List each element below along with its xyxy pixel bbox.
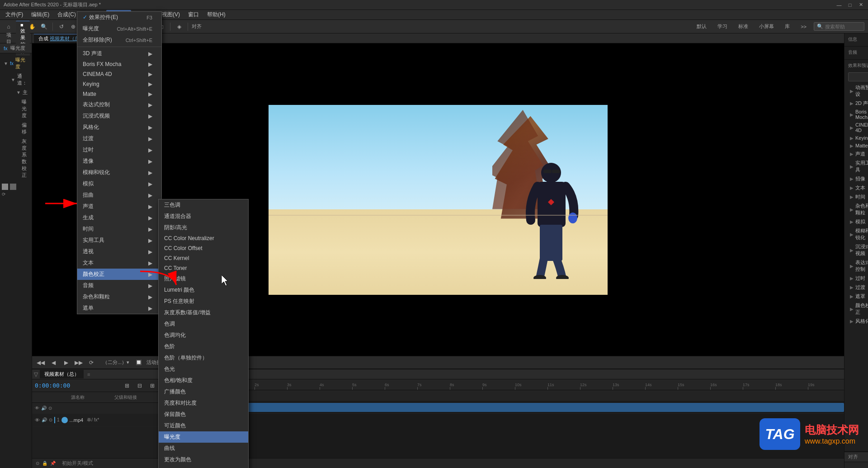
preview-stop[interactable]: ▶▶ bbox=[74, 358, 84, 368]
effects-cat-transition[interactable]: ▶ 过渡 bbox=[846, 283, 868, 292]
effect-header-row[interactable]: ▼ fx 曝光度 bbox=[2, 55, 30, 71]
submenu-levels-single[interactable]: 色阶（单独控件） bbox=[159, 352, 248, 364]
effects-cat-text[interactable]: ▶ 文本 bbox=[846, 184, 868, 192]
effects-cat-mask[interactable]: ▶ 遮罩 bbox=[846, 292, 868, 301]
submenu-tritone[interactable]: 可近颜色 bbox=[159, 420, 248, 431]
effects-cat-utility[interactable]: ▶ 实用工具 bbox=[846, 159, 868, 174]
effects-cat-animation[interactable]: ▶ 动画预设 bbox=[846, 83, 868, 99]
menu-dd-effect-controls[interactable]: ✓效果控件(E) F3 bbox=[77, 12, 161, 23]
menu-dd-cinema4d[interactable]: CINEMA 4D ▶ bbox=[77, 69, 161, 79]
submenu-colorlight[interactable]: 色光 bbox=[159, 364, 248, 375]
effects-cat-immersive[interactable]: ▶ 沉浸式视频 bbox=[846, 242, 868, 258]
menu-help[interactable]: 帮助(H) bbox=[203, 10, 229, 19]
submenu-brightness-contrast[interactable]: 亮度和对比度 bbox=[159, 397, 248, 409]
layer-eye-icon[interactable]: 👁 bbox=[35, 417, 40, 423]
timeline-bottom-icon2[interactable]: 🔒 bbox=[42, 461, 47, 466]
gamma-param[interactable]: 灰度系数校正 bbox=[20, 137, 30, 180]
effects-cat-boris[interactable]: ▶ Boris FX Mocha bbox=[846, 108, 868, 121]
submenu-cc-neutralizer[interactable]: CC Color Neutralizer bbox=[159, 233, 248, 243]
color-swatch-1[interactable] bbox=[2, 184, 8, 190]
workspace-more[interactable]: >> bbox=[797, 23, 810, 30]
rotate-tool[interactable]: ↺ bbox=[57, 22, 66, 32]
timeline-ctrl-2[interactable]: ⊟ bbox=[135, 381, 145, 391]
effects-cat-simulate[interactable]: ▶ 模拟 bbox=[846, 217, 868, 226]
menu-dd-matte[interactable]: Matte ▶ bbox=[77, 89, 161, 99]
submenu-channel-mixer[interactable]: 通道混合器 bbox=[159, 211, 248, 222]
submenu-cc-offset[interactable]: CC Color Offset bbox=[159, 243, 248, 253]
exposure-param[interactable]: 曝光度 bbox=[20, 97, 30, 120]
submenu-broadcast[interactable]: 广播颜色 bbox=[159, 386, 248, 397]
workspace-default[interactable]: 默认 bbox=[693, 22, 710, 31]
submenu-ps-arbitrary[interactable]: PS 任意映射 bbox=[159, 296, 248, 307]
preview-play[interactable]: ▶ bbox=[61, 358, 71, 368]
res-dropdown[interactable]: 🔲 bbox=[136, 359, 142, 365]
timeline-bottom-icon3[interactable]: 📌 bbox=[50, 461, 56, 466]
submenu-curves[interactable]: 曲线 bbox=[159, 443, 248, 454]
submenu-preserve-color[interactable]: 保留颜色 bbox=[159, 409, 248, 420]
menu-file[interactable]: 文件(F) bbox=[2, 10, 27, 19]
submenu-three-color[interactable]: 三色调 bbox=[159, 199, 248, 211]
menu-dd-remove-all[interactable]: 全部移除(R) Ctrl+Shift+E bbox=[77, 34, 161, 46]
menu-dd-simulate[interactable]: 模拟 ▶ bbox=[77, 178, 161, 189]
timeline-menu-icon[interactable]: ≡ bbox=[87, 372, 90, 377]
effects-cat-perspective[interactable]: ▶ 招像 bbox=[846, 175, 868, 183]
menu-dd-expression-ctrl[interactable]: 表达式控制 ▶ bbox=[77, 99, 161, 110]
layer-icon-2[interactable]: 🔊 bbox=[41, 406, 47, 411]
puppet-tool[interactable]: ◈ bbox=[174, 22, 184, 32]
main-group-item[interactable]: ▼ 主 bbox=[14, 88, 30, 97]
zoom-tool[interactable]: 🔍 bbox=[39, 22, 49, 32]
effects-cat-keying[interactable]: ▶ Keying bbox=[846, 134, 868, 142]
menu-dd-stylize[interactable]: 风格化 ▶ bbox=[77, 122, 161, 133]
menu-dd-noise-grain[interactable]: 杂色和颗粒 ▶ bbox=[77, 291, 161, 303]
effects-cat-matte[interactable]: ▶ Matte bbox=[846, 142, 868, 149]
effects-cat-obsolete[interactable]: ▶ 过时 bbox=[846, 274, 868, 283]
timeline-ctrl-1[interactable]: ⊞ bbox=[122, 381, 132, 391]
workspace-small[interactable]: 小屏幕 bbox=[755, 22, 778, 31]
submenu-selective-color[interactable]: 更改为颜色 bbox=[159, 454, 248, 465]
menu-dd-immersive[interactable]: 沉浸式视频 ▶ bbox=[77, 110, 161, 122]
layer-icon-3[interactable]: ⊙ bbox=[48, 406, 52, 411]
effects-cat-color-correct[interactable]: ▶ 颜色校正 bbox=[846, 301, 868, 317]
menu-dd-channel[interactable]: 声道 ▶ bbox=[77, 201, 161, 212]
menu-dd-utility[interactable]: 实用工具 ▶ bbox=[77, 235, 161, 246]
menu-dd-distort[interactable]: 扭曲 ▶ bbox=[77, 189, 161, 201]
minimize-button[interactable]: — bbox=[835, 1, 843, 9]
effects-cat-time[interactable]: ▶ 时间 bbox=[846, 193, 868, 201]
submenu-shadow-highlight[interactable]: 阴影/高光 bbox=[159, 222, 248, 233]
preview-loop[interactable]: ⟳ bbox=[86, 358, 96, 368]
submenu-equalize[interactable]: 色调均化 bbox=[159, 330, 248, 341]
menu-edit[interactable]: 编辑(E) bbox=[28, 10, 53, 19]
timeline-bottom-icon1[interactable]: ⊙ bbox=[36, 461, 39, 466]
effects-cat-audio[interactable]: ▶ 声道 bbox=[846, 150, 868, 158]
search-input[interactable] bbox=[825, 24, 861, 29]
maximize-button[interactable]: □ bbox=[846, 1, 854, 9]
layer-solo-icon[interactable]: ⊙ bbox=[49, 417, 52, 422]
menu-dd-generate[interactable]: 生成 ▶ bbox=[77, 212, 161, 223]
menu-dd-mask[interactable]: 遮单 ▶ bbox=[77, 303, 161, 314]
menu-dd-transition[interactable]: 过渡 ▶ bbox=[77, 133, 161, 144]
reset-icon[interactable]: ⟳ bbox=[2, 192, 5, 197]
submenu-cc-kernel[interactable]: CC Kernel bbox=[159, 253, 248, 263]
workspace-library[interactable]: 库 bbox=[781, 22, 793, 31]
home-tool[interactable]: ⌂ bbox=[4, 22, 14, 32]
menu-dd-exposure-top[interactable]: 曝光度 Ctrl+Alt+Shift+E bbox=[77, 23, 161, 34]
submenu-change-color[interactable]: 更改颜色 bbox=[159, 465, 248, 468]
menu-view[interactable]: 视图(V) bbox=[158, 10, 184, 19]
submenu-curves-luma[interactable]: 灰度系数/基值/增益 bbox=[159, 307, 248, 318]
menu-dd-blur-sharpen[interactable]: 模糊和锐化 ▶ bbox=[77, 167, 161, 178]
effects-search-input[interactable] bbox=[851, 74, 868, 80]
workspace-standard[interactable]: 标准 bbox=[735, 22, 752, 31]
layer-audio-icon[interactable]: 🔊 bbox=[42, 417, 47, 422]
menu-dd-perspective3[interactable]: 透视 ▶ bbox=[77, 246, 161, 257]
effects-cat-expression[interactable]: ▶ 表达式控制 bbox=[846, 258, 868, 274]
menu-dd-boris[interactable]: Boris FX Mocha ▶ bbox=[77, 59, 161, 69]
time-code-display[interactable]: 0:00:00:00 bbox=[35, 382, 70, 389]
submenu-hue-saturation[interactable]: 色相/饱和度 bbox=[159, 375, 248, 386]
layer-icon-1[interactable]: 👁 bbox=[35, 406, 39, 411]
workspace-learn[interactable]: 学习 bbox=[714, 22, 731, 31]
submenu-exposure[interactable]: 曝光度 bbox=[159, 431, 248, 443]
preview-btn-1[interactable]: ◀◀ bbox=[36, 358, 46, 368]
timeline-ctrl-3[interactable]: ⊞ bbox=[147, 381, 157, 391]
menu-dd-perspective2[interactable]: 透像 ▶ bbox=[77, 156, 161, 167]
timeline-expand-icon[interactable]: ▽ bbox=[34, 371, 38, 378]
